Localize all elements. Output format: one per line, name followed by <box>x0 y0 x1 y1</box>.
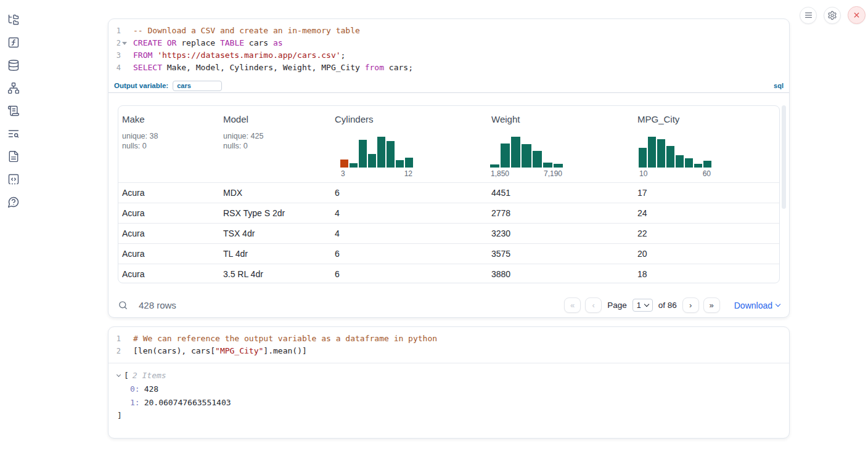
file-explorer-icon[interactable] <box>7 14 20 26</box>
histogram-bar <box>511 137 520 168</box>
menu-button[interactable] <box>800 7 817 24</box>
histogram-bar <box>501 144 510 168</box>
python-output: [2 Items0:4281:20.060747663551403] <box>108 363 789 421</box>
column-name: Cylinders <box>335 114 484 124</box>
dependency-graph-icon[interactable] <box>7 82 20 94</box>
code-line: 2CREATE OR replace TABLE cars as <box>108 37 789 49</box>
histogram-bar <box>350 163 358 168</box>
table-cell: Acura <box>118 208 219 218</box>
last-page-button[interactable]: » <box>703 297 720 313</box>
notebook: 1-- Download a CSV and create an in-memo… <box>108 0 790 439</box>
histogram-bar <box>490 164 499 168</box>
tree-entry-value: 20.060747663551403 <box>144 398 231 407</box>
line-number: 2 <box>108 37 121 49</box>
settings-button[interactable] <box>824 7 841 24</box>
code-line: 1# We can reference the output variable … <box>108 333 789 345</box>
histogram-bar <box>396 160 404 168</box>
search-icon[interactable] <box>118 300 128 310</box>
chevron-down-icon <box>776 302 780 307</box>
tree-entry: 1:20.060747663551403 <box>117 395 789 409</box>
histogram-bar <box>377 137 385 168</box>
page-select[interactable]: 1 <box>633 299 653 312</box>
code-line: 2[len(cars), cars["MPG_City"].mean()] <box>108 345 789 357</box>
table-header: Makeunique: 38nulls: 0Modelunique: 425nu… <box>118 106 779 182</box>
histogram-bars <box>340 136 413 168</box>
code-text: # We can reference the output variable a… <box>133 333 437 345</box>
documentation-icon[interactable] <box>7 150 20 163</box>
histogram-min-label: 3 <box>341 169 345 178</box>
line-number-gutter: 1 <box>108 25 128 37</box>
tree-collapse-icon[interactable] <box>117 372 121 376</box>
table-footer: 428 rows « ‹ Page 1 of 86 › » Download <box>118 297 780 313</box>
column-stat: unique: 425 <box>223 131 327 141</box>
column-header: Cylinders312 <box>331 106 488 182</box>
download-button[interactable]: Download <box>734 301 780 310</box>
data-table: Makeunique: 38nulls: 0Modelunique: 425nu… <box>118 105 780 283</box>
table-row: AcuraMDX6445117 <box>118 182 779 203</box>
python-cell: 1# We can reference the output variable … <box>108 326 790 439</box>
table-cell: 3230 <box>488 229 634 238</box>
sql-code-editor[interactable]: 1-- Download a CSV and create an in-memo… <box>108 19 789 74</box>
code-text: CREATE OR replace TABLE cars as <box>133 37 283 49</box>
line-number-gutter: 1 <box>108 333 128 345</box>
column-name: Weight <box>491 114 630 124</box>
tree-entry: 0:428 <box>117 382 789 395</box>
histogram-max-label: 12 <box>404 169 412 178</box>
snippets-icon[interactable] <box>7 173 20 185</box>
table-cell: TSX 4dr <box>219 229 331 238</box>
column-header: Makeunique: 38nulls: 0 <box>118 106 219 182</box>
column-stat: unique: 38 <box>122 131 216 141</box>
column-stats: unique: 38nulls: 0 <box>122 131 216 151</box>
line-number: 2 <box>108 345 121 357</box>
histogram-bar <box>368 154 376 168</box>
column-histogram: 1060 <box>639 136 711 178</box>
histogram-axis-labels: 1060 <box>639 169 711 178</box>
functions-icon[interactable] <box>7 36 20 49</box>
histogram-bar <box>694 164 702 168</box>
code-text: SELECT Make, Model, Cylinders, Weight, M… <box>133 62 413 74</box>
line-number: 1 <box>108 333 121 345</box>
row-count: 428 rows <box>139 300 176 310</box>
python-code-editor[interactable]: 1# We can reference the output variable … <box>108 327 789 363</box>
help-icon[interactable] <box>7 196 20 208</box>
shutdown-button[interactable] <box>848 6 866 24</box>
histogram-axis-labels: 1,8507,190 <box>490 169 563 178</box>
code-text: [len(cars), cars["MPG_City"].mean()] <box>133 345 307 357</box>
prev-page-button[interactable]: ‹ <box>585 297 602 313</box>
column-stats: unique: 425nulls: 0 <box>223 131 327 151</box>
scrollbar[interactable] <box>782 105 786 209</box>
table-cell: Acura <box>118 229 219 238</box>
next-page-button[interactable]: › <box>682 297 699 313</box>
output-variable-input[interactable]: cars <box>173 81 222 91</box>
table-cell: Acura <box>118 269 219 279</box>
table-cell: 6 <box>331 188 488 198</box>
histogram-bar <box>533 151 542 168</box>
histogram-bar <box>666 146 674 168</box>
pagination: « ‹ Page 1 of 86 › » Download <box>564 297 780 313</box>
table-cell: TL 4dr <box>219 249 331 259</box>
scratchpad-icon[interactable] <box>7 105 20 117</box>
page-label: Page <box>607 301 627 310</box>
page-select-value: 1 <box>637 301 641 310</box>
language-badge: sql <box>774 82 784 89</box>
tree-root-line: [2 Items <box>117 368 789 382</box>
fold-toggle-icon[interactable] <box>121 42 128 45</box>
first-page-button[interactable]: « <box>564 297 581 313</box>
column-name: Model <box>223 114 327 124</box>
data-sources-icon[interactable] <box>7 59 20 71</box>
column-stat: nulls: 0 <box>223 141 327 151</box>
histogram-bar <box>639 148 647 168</box>
line-number: 3 <box>108 49 121 62</box>
sidebar <box>0 0 27 449</box>
table-body: AcuraMDX6445117AcuraRSX Type S 2dr427782… <box>118 182 779 283</box>
histogram-max-label: 7,190 <box>544 169 562 178</box>
line-number: 1 <box>108 25 121 37</box>
line-number-gutter: 2 <box>108 37 128 49</box>
line-number-gutter: 2 <box>108 345 128 357</box>
histogram-axis-labels: 312 <box>340 169 413 178</box>
close-bracket: ] <box>117 411 122 420</box>
column-header: MPG_City1060 <box>634 106 779 182</box>
histogram-bar <box>522 144 531 168</box>
table-cell: 3880 <box>488 269 634 279</box>
logs-icon[interactable] <box>7 127 20 140</box>
